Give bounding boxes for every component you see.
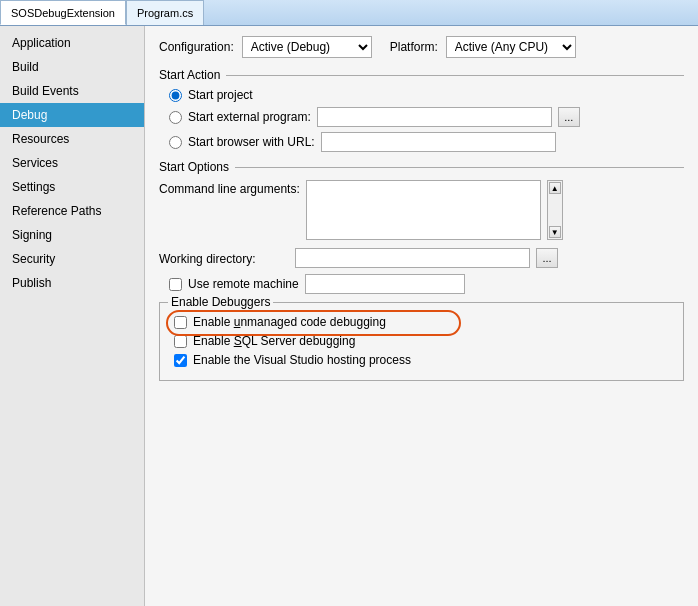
cmd-args-scrollbar[interactable]: ▲ ▼ xyxy=(547,180,563,240)
unmanaged-code-checkbox[interactable] xyxy=(174,316,187,329)
title-bar: SOSDebugExtension Program.cs xyxy=(0,0,698,26)
debugger-row-3: Enable the Visual Studio hosting process xyxy=(174,353,673,367)
sidebar-item-settings[interactable]: Settings xyxy=(0,175,144,199)
start-action-group: Start project Start external program: ..… xyxy=(169,88,684,152)
remote-machine-row: Use remote machine xyxy=(169,274,684,294)
unmanaged-code-label: Enable unmanaged code debugging xyxy=(193,315,386,329)
working-dir-row: Working directory: ... xyxy=(159,248,684,268)
sidebar: Application Build Build Events Debug Res… xyxy=(0,26,145,606)
cmd-args-row: Command line arguments: ▲ ▼ xyxy=(159,180,684,240)
cmd-args-textarea[interactable] xyxy=(306,180,541,240)
sidebar-item-services[interactable]: Services xyxy=(0,151,144,175)
sidebar-item-resources[interactable]: Resources xyxy=(0,127,144,151)
radio-start-external-input[interactable] xyxy=(169,111,182,124)
sidebar-item-build-events[interactable]: Build Events xyxy=(0,79,144,103)
start-browser-input[interactable] xyxy=(321,132,556,152)
debugger-row-2: Enable SQL Server debugging xyxy=(174,334,673,348)
scroll-up-arrow[interactable]: ▲ xyxy=(549,182,561,194)
vs-hosting-checkbox[interactable] xyxy=(174,354,187,367)
scroll-down-arrow[interactable]: ▼ xyxy=(549,226,561,238)
tab-programcs[interactable]: Program.cs xyxy=(126,0,204,25)
sidebar-item-reference-paths[interactable]: Reference Paths xyxy=(0,199,144,223)
sidebar-item-signing[interactable]: Signing xyxy=(0,223,144,247)
enable-debuggers-label: Enable Debuggers xyxy=(168,295,273,309)
remote-machine-input[interactable] xyxy=(305,274,465,294)
start-project-label: Start project xyxy=(188,88,253,102)
start-browser-label: Start browser with URL: xyxy=(188,135,315,149)
platform-label: Platform: xyxy=(390,40,438,54)
working-dir-label: Working directory: xyxy=(159,250,289,266)
browse-working-dir-button[interactable]: ... xyxy=(536,248,558,268)
radio-start-project-input[interactable] xyxy=(169,89,182,102)
browse-external-button[interactable]: ... xyxy=(558,107,580,127)
configuration-select[interactable]: Active (Debug) xyxy=(242,36,372,58)
sidebar-item-build[interactable]: Build xyxy=(0,55,144,79)
radio-start-external: Start external program: ... xyxy=(169,107,684,127)
start-action-header: Start Action xyxy=(159,68,684,82)
tab-programcs-label: Program.cs xyxy=(137,7,193,19)
sidebar-item-application[interactable]: Application xyxy=(0,31,144,55)
main-container: Application Build Build Events Debug Res… xyxy=(0,26,698,606)
remote-machine-checkbox[interactable] xyxy=(169,278,182,291)
start-options-header: Start Options xyxy=(159,160,684,174)
tab-sosdebug-label: SOSDebugExtension xyxy=(11,7,115,19)
working-dir-input[interactable] xyxy=(295,248,530,268)
sidebar-item-debug[interactable]: Debug xyxy=(0,103,144,127)
radio-start-browser-input[interactable] xyxy=(169,136,182,149)
sidebar-item-security[interactable]: Security xyxy=(0,247,144,271)
tab-sosdebug[interactable]: SOSDebugExtension xyxy=(0,0,126,25)
start-external-input[interactable] xyxy=(317,107,552,127)
config-row: Configuration: Active (Debug) Platform: … xyxy=(159,36,684,58)
remote-machine-label: Use remote machine xyxy=(188,277,299,291)
content-area: Configuration: Active (Debug) Platform: … xyxy=(145,26,698,606)
vs-hosting-label: Enable the Visual Studio hosting process xyxy=(193,353,411,367)
enable-debuggers-section: Enable Debuggers Enable unmanaged code d… xyxy=(159,302,684,381)
platform-select[interactable]: Active (Any CPU) xyxy=(446,36,576,58)
sidebar-item-publish[interactable]: Publish xyxy=(0,271,144,295)
radio-start-project: Start project xyxy=(169,88,684,102)
sql-server-checkbox[interactable] xyxy=(174,335,187,348)
configuration-label: Configuration: xyxy=(159,40,234,54)
start-external-label: Start external program: xyxy=(188,110,311,124)
cmd-args-label: Command line arguments: xyxy=(159,180,300,196)
debugger-row-1: Enable unmanaged code debugging xyxy=(174,315,673,329)
sql-server-label: Enable SQL Server debugging xyxy=(193,334,355,348)
radio-start-browser: Start browser with URL: xyxy=(169,132,684,152)
